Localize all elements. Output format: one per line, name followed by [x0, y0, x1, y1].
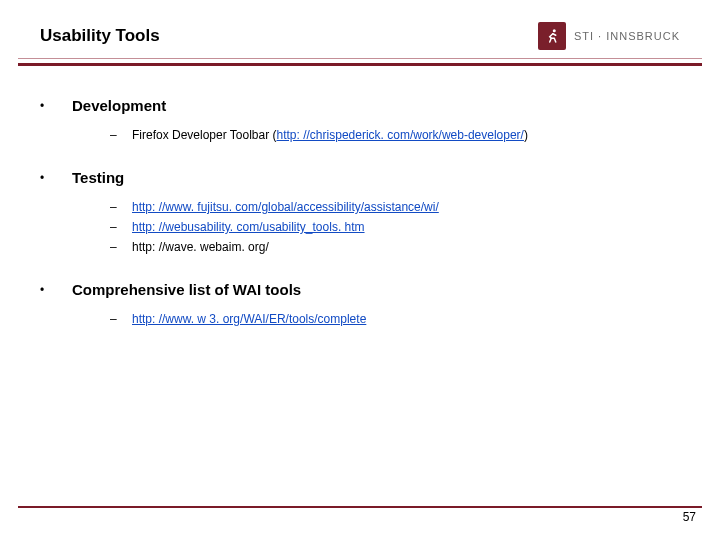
list-item: – http: //www. w 3. org/WAI/ER/tools/com… [110, 310, 680, 328]
item-link[interactable]: http: //www. fujitsu. com/global/accessi… [132, 200, 439, 214]
item-text: http: //webusability. com/usability_tool… [132, 218, 365, 236]
sub-list: – http: //www. w 3. org/WAI/ER/tools/com… [110, 310, 680, 328]
bullet-dot: • [40, 168, 48, 188]
item-text: http: //www. w 3. org/WAI/ER/tools/compl… [132, 310, 366, 328]
section-title: Comprehensive list of WAI tools [72, 280, 301, 300]
dash-bullet: – [110, 310, 118, 328]
dash-bullet: – [110, 218, 118, 236]
section-title: Testing [72, 168, 124, 188]
slide-header: Usability Tools STI · INNSBRUCK [0, 0, 720, 58]
dash-bullet: – [110, 126, 118, 144]
item-text: http: //wave. webaim. org/ [132, 238, 269, 256]
item-link[interactable]: http: //webusability. com/usability_tool… [132, 220, 365, 234]
slide-content: • Development – Firefox Developer Toolba… [0, 66, 720, 328]
slide-title: Usability Tools [40, 26, 160, 46]
page-number: 57 [18, 510, 702, 524]
item-text: http: //www. fujitsu. com/global/accessi… [132, 198, 439, 216]
list-item: – http: //wave. webaim. org/ [110, 238, 680, 256]
footer-divider [18, 506, 702, 508]
section: • Testing [40, 168, 680, 188]
item-link[interactable]: http: //chrispederick. com/work/web-deve… [277, 128, 524, 142]
list-item: – http: //webusability. com/usability_to… [110, 218, 680, 236]
sub-list: – http: //www. fujitsu. com/global/acces… [110, 198, 680, 256]
running-person-icon [538, 22, 566, 50]
brand-text: STI · INNSBRUCK [574, 30, 680, 42]
dash-bullet: – [110, 238, 118, 256]
section: • Development [40, 96, 680, 116]
brand-left: STI [574, 30, 594, 42]
sub-list: – Firefox Developer Toolbar (http: //chr… [110, 126, 680, 144]
brand-right: INNSBRUCK [606, 30, 680, 42]
svg-point-0 [553, 29, 556, 32]
item-prefix: Firefox Developer Toolbar ( [132, 128, 277, 142]
list-item: – http: //www. fujitsu. com/global/acces… [110, 198, 680, 216]
item-link[interactable]: http: //www. w 3. org/WAI/ER/tools/compl… [132, 312, 366, 326]
item-suffix: ) [524, 128, 528, 142]
bullet-dot: • [40, 280, 48, 300]
brand-logo: STI · INNSBRUCK [538, 22, 680, 50]
item-text: Firefox Developer Toolbar (http: //chris… [132, 126, 528, 144]
section: • Comprehensive list of WAI tools [40, 280, 680, 300]
bullet-dot: • [40, 96, 48, 116]
header-divider-thin [18, 58, 702, 59]
section-title: Development [72, 96, 166, 116]
brand-separator: · [598, 30, 606, 42]
list-item: – Firefox Developer Toolbar (http: //chr… [110, 126, 680, 144]
dash-bullet: – [110, 198, 118, 216]
slide-footer: 57 [18, 506, 702, 524]
